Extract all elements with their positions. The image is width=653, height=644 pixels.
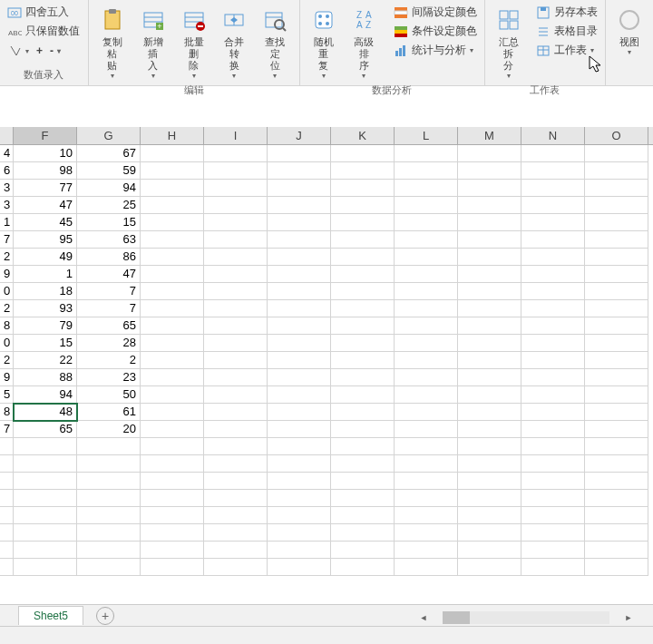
cell[interactable]: 1	[0, 214, 14, 231]
cell[interactable]	[141, 369, 204, 386]
cell[interactable]: 95	[14, 231, 77, 249]
round-button[interactable]: 00 四舍五入	[4, 4, 83, 21]
cell[interactable]	[141, 473, 204, 490]
cell[interactable]	[0, 559, 14, 576]
cell[interactable]	[268, 542, 331, 559]
cell[interactable]: 20	[77, 421, 141, 438]
cell[interactable]	[458, 317, 521, 335]
cell[interactable]	[458, 300, 521, 317]
cell[interactable]	[585, 162, 648, 180]
cell[interactable]	[521, 300, 585, 317]
cell[interactable]	[521, 317, 585, 335]
cell[interactable]	[204, 490, 268, 507]
cell[interactable]: 98	[14, 162, 77, 180]
cell[interactable]: 7	[77, 300, 141, 317]
cell[interactable]	[585, 214, 648, 231]
cell[interactable]	[395, 490, 458, 507]
cell[interactable]	[458, 542, 521, 559]
cell[interactable]	[141, 386, 204, 404]
cell[interactable]	[141, 214, 204, 231]
cell[interactable]	[521, 249, 585, 266]
cell[interactable]	[521, 214, 585, 231]
cell[interactable]	[585, 386, 648, 404]
advanced-sort-button[interactable]: ZAAZ 高级排 序 ▾	[344, 2, 385, 82]
cell[interactable]	[204, 455, 268, 473]
cell[interactable]: 93	[14, 300, 77, 317]
cell[interactable]	[204, 266, 268, 283]
cell[interactable]	[331, 507, 395, 524]
cell[interactable]	[268, 507, 331, 524]
cell[interactable]: 2	[0, 249, 14, 266]
cell[interactable]: 94	[14, 386, 77, 404]
cell[interactable]: 9	[0, 266, 14, 283]
col-header-N[interactable]: N	[521, 127, 585, 144]
cell[interactable]: 10	[14, 145, 77, 162]
cell[interactable]: 3	[0, 180, 14, 197]
cell[interactable]	[395, 455, 458, 473]
cell[interactable]	[585, 145, 648, 162]
cell[interactable]	[521, 283, 585, 300]
save-as-button[interactable]: 另存本表	[532, 4, 601, 21]
add-sheet-button[interactable]: +	[96, 607, 114, 625]
cell[interactable]	[204, 231, 268, 249]
cell[interactable]	[0, 524, 14, 542]
cell[interactable]	[204, 386, 268, 404]
cell[interactable]	[204, 214, 268, 231]
cell[interactable]	[141, 455, 204, 473]
cell[interactable]	[0, 438, 14, 455]
cell[interactable]	[395, 300, 458, 317]
cell[interactable]	[585, 352, 648, 369]
cell[interactable]	[141, 507, 204, 524]
cell[interactable]: 3	[0, 197, 14, 214]
cell[interactable]	[268, 231, 331, 249]
cell[interactable]	[204, 249, 268, 266]
cell[interactable]	[204, 145, 268, 162]
cell[interactable]	[0, 507, 14, 524]
cell[interactable]	[14, 473, 77, 490]
cell[interactable]	[458, 352, 521, 369]
cell[interactable]	[331, 145, 395, 162]
cell[interactable]	[141, 438, 204, 455]
cell[interactable]	[395, 162, 458, 180]
cell[interactable]	[268, 369, 331, 386]
cell[interactable]	[331, 249, 395, 266]
cell[interactable]	[395, 386, 458, 404]
cell[interactable]: 23	[77, 369, 141, 386]
cell[interactable]	[521, 404, 585, 421]
cell[interactable]	[204, 317, 268, 335]
cell[interactable]	[458, 335, 521, 352]
cell[interactable]: 65	[14, 421, 77, 438]
cell[interactable]	[204, 369, 268, 386]
cell[interactable]	[268, 300, 331, 317]
cell[interactable]	[141, 559, 204, 576]
cell[interactable]	[331, 421, 395, 438]
cell[interactable]: 8	[0, 317, 14, 335]
cell[interactable]	[331, 335, 395, 352]
cell[interactable]	[268, 559, 331, 576]
cell[interactable]	[204, 180, 268, 197]
worksheet-button[interactable]: 工作表 ▾	[532, 42, 601, 59]
cell[interactable]: 9	[0, 369, 14, 386]
cell[interactable]	[458, 214, 521, 231]
col-header-I[interactable]: I	[204, 127, 268, 144]
cell[interactable]	[331, 317, 395, 335]
scroll-thumb[interactable]	[443, 611, 470, 624]
cell[interactable]: 15	[14, 335, 77, 352]
random-repeat-button[interactable]: 随机重 复 ▾	[304, 2, 345, 82]
cell[interactable]	[395, 249, 458, 266]
cell[interactable]	[331, 473, 395, 490]
cell[interactable]: 61	[77, 404, 141, 421]
cell[interactable]: 15	[77, 214, 141, 231]
cell[interactable]	[585, 266, 648, 283]
cell[interactable]: 65	[77, 317, 141, 335]
cell[interactable]	[204, 421, 268, 438]
cell[interactable]	[585, 335, 648, 352]
cell[interactable]	[458, 266, 521, 283]
cell[interactable]: 2	[0, 352, 14, 369]
cell[interactable]	[521, 524, 585, 542]
cell[interactable]	[141, 283, 204, 300]
cell[interactable]: 4	[0, 145, 14, 162]
cell[interactable]	[14, 455, 77, 473]
cell[interactable]: 48	[14, 404, 77, 421]
cell[interactable]	[268, 352, 331, 369]
